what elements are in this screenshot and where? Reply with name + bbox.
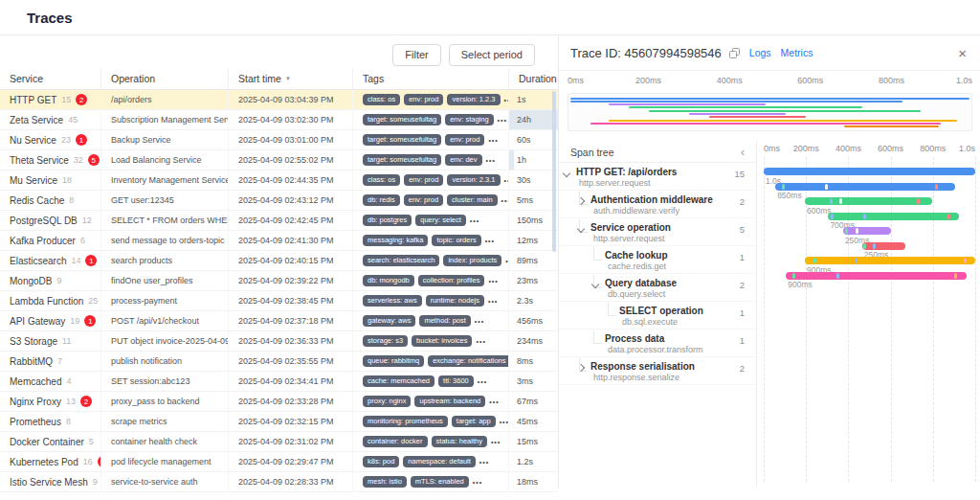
table-scrollbar-thumb[interactable]: [552, 91, 556, 252]
more-tags-icon[interactable]: •••: [500, 419, 508, 425]
span-tree-node[interactable]: Query databasedb.query.select2: [559, 274, 756, 302]
more-tags-icon[interactable]: •••: [488, 298, 498, 305]
start-time-cell: 2025-04-09 02:36:33 PM: [228, 331, 352, 351]
tags-cell: db: postgresquery: select•••: [352, 211, 508, 230]
tag-pill: method: post: [419, 315, 470, 327]
table-row[interactable]: Lambda Function253process-payment2025-04…: [0, 291, 558, 311]
start-time-cell: 2025-04-09 02:32:15 PM: [228, 412, 352, 431]
table-row[interactable]: Kafka Producer6send message to orders-to…: [0, 231, 558, 251]
more-tags-icon[interactable]: •••: [489, 398, 499, 405]
more-tags-icon[interactable]: •••: [486, 157, 496, 164]
tag-pill: version: 2.3.1: [447, 174, 500, 186]
trace-minimap[interactable]: [568, 93, 972, 131]
metrics-link[interactable]: Metrics: [781, 47, 813, 58]
close-icon[interactable]: ×: [958, 46, 967, 60]
start-time-cell: 2025-04-09 02:38:45 PM: [228, 291, 352, 310]
table-row[interactable]: Redis Cache8GET user:123452025-04-09 02:…: [0, 191, 558, 211]
traces-list-panel: Filter Select period ServiceOperationSta…: [0, 35, 558, 489]
service-count: 32: [74, 155, 83, 165]
span-tree-node[interactable]: Process datadata.processor.transform1: [559, 330, 756, 357]
more-tags-icon[interactable]: •••: [498, 117, 507, 124]
tag-pill: class: os: [363, 94, 400, 105]
table-row[interactable]: Istio Service Mesh9service-to-service au…: [0, 472, 558, 492]
table-row[interactable]: PostgreSQL DB12SELECT * FROM orders WHER…: [0, 211, 558, 231]
gantt-span-bar[interactable]: [805, 197, 932, 205]
table-row[interactable]: RabbitMQ7publish notification2025-04-09 …: [0, 352, 558, 372]
span-tree-node[interactable]: Authentication middlewareauth.middleware…: [559, 191, 756, 218]
select-period-button[interactable]: Select period: [449, 44, 535, 66]
span-tree-node[interactable]: Cache lookupcache.redis.get1: [559, 246, 756, 274]
table-row[interactable]: Docker Container5container health check2…: [0, 432, 558, 452]
table-row[interactable]: Nu Service231Backup Service2025-04-09 03…: [0, 130, 558, 150]
table-row[interactable]: Prometheus8scrape metrics2025-04-09 02:3…: [0, 412, 558, 432]
table-row[interactable]: Memcached4SET session:abc1232025-04-09 0…: [0, 372, 558, 392]
span-tree-node[interactable]: Service operationhttp.server.request5: [559, 218, 756, 246]
more-tags-icon[interactable]: •••: [488, 278, 498, 284]
gantt-span-bar[interactable]: [805, 257, 975, 264]
more-tags-icon[interactable]: •••: [476, 338, 485, 345]
service-cell: HTTP GET152: [0, 90, 100, 109]
gantt-span-bar[interactable]: [786, 272, 967, 280]
more-tags-icon[interactable]: •••: [473, 479, 482, 486]
tags-cell: k8s: podnamespace: default•••: [352, 452, 508, 471]
tags-cell: target: someusefultagenv: prod•••: [352, 130, 508, 149]
table-row[interactable]: Elasticsearch141search products2025-04-0…: [0, 251, 558, 271]
span-operation: data.processor.transform: [608, 345, 703, 354]
gantt-span-bar[interactable]: [828, 213, 959, 220]
span-title: Authentication middleware: [590, 194, 713, 205]
logs-link[interactable]: Logs: [749, 47, 771, 58]
operation-cell: POST /api/v1/checkout: [100, 311, 228, 330]
more-tags-icon[interactable]: •••: [485, 238, 495, 244]
column-header-service[interactable]: Service: [0, 68, 100, 89]
span-operation: http.server.request: [593, 234, 665, 243]
tag-pill: serverless: aws: [363, 295, 422, 307]
more-tags-icon[interactable]: •••: [478, 378, 487, 385]
minimap-span-line: [649, 110, 921, 112]
table-row[interactable]: Theta Service325Load Balancing Service20…: [0, 150, 558, 170]
duration-heat-fill: [509, 150, 514, 170]
column-header-duration[interactable]: Duration: [508, 68, 558, 89]
operation-cell: Subscription Management Service: [100, 110, 228, 129]
tags-cell: proxy: nginxupstream: backend•••: [352, 392, 508, 411]
table-row[interactable]: Nginx Proxy132proxy_pass to backend2025-…: [0, 392, 558, 412]
span-tree-node[interactable]: SELECT operationdb.sql.execute1: [559, 302, 756, 330]
more-tags-icon[interactable]: •••: [470, 217, 479, 224]
gantt-span-bar[interactable]: [862, 242, 905, 250]
span-tree-node[interactable]: Response serialisationhttp.response.seri…: [559, 357, 756, 385]
duration-value: 456ms: [517, 316, 543, 326]
more-tags-icon[interactable]: •••: [479, 459, 489, 466]
service-count: 12: [82, 216, 92, 225]
column-header-operation[interactable]: Operation: [100, 68, 228, 89]
table-row[interactable]: S3 Storage11PUT object invoice-2025-04-0…: [0, 331, 558, 352]
gantt-span-bar[interactable]: [775, 183, 955, 191]
more-tags-icon[interactable]: •••: [501, 197, 508, 204]
table-row[interactable]: Mu Service18Inventory Management Service…: [0, 170, 558, 191]
duration-value: 12ms: [517, 236, 538, 245]
operation-cell: SELECT * FROM orders WHERE status = ?: [100, 211, 228, 230]
copy-icon[interactable]: [729, 48, 740, 58]
table-row[interactable]: Kubernetes Pod161pod lifecycle managemen…: [0, 452, 558, 472]
filter-button[interactable]: Filter: [392, 44, 440, 66]
gantt-span-bar[interactable]: [843, 227, 891, 235]
span-event-marker: [863, 243, 866, 249]
more-tags-icon[interactable]: •••: [475, 318, 484, 325]
gantt-span-bar[interactable]: [764, 168, 975, 175]
column-header-start-time[interactable]: Start time▼: [228, 68, 352, 89]
more-tags-icon[interactable]: •••: [491, 439, 501, 445]
gantt-gridline: [848, 157, 849, 482]
column-header-tags[interactable]: Tags: [352, 68, 508, 89]
gantt-gridline: [975, 157, 976, 482]
table-row[interactable]: Zeta Service45Subscription Management Se…: [0, 110, 558, 130]
column-label: Start time: [238, 73, 281, 84]
service-cell: Istio Service Mesh9: [0, 472, 100, 491]
span-event-marker: [825, 184, 828, 190]
more-tags-icon[interactable]: •••: [488, 137, 498, 144]
table-row[interactable]: MongoDB9findOne user_profiles2025-04-09 …: [0, 271, 558, 291]
table-row[interactable]: API Gateway191POST /api/v1/checkout2025-…: [0, 311, 558, 331]
table-row[interactable]: HTTP GET152/api/orders2025-04-09 03:04:3…: [0, 90, 558, 110]
chevron-down-icon[interactable]: [563, 170, 570, 177]
tags-cell: db: redisenv: prodcluster: main•••: [352, 191, 508, 210]
operation-cell: Load Balancing Service: [100, 150, 228, 170]
collapse-panel-icon[interactable]: ‹: [741, 146, 745, 159]
span-tree-node[interactable]: HTTP GET: /api/ordershttp.server.request…: [559, 163, 756, 191]
